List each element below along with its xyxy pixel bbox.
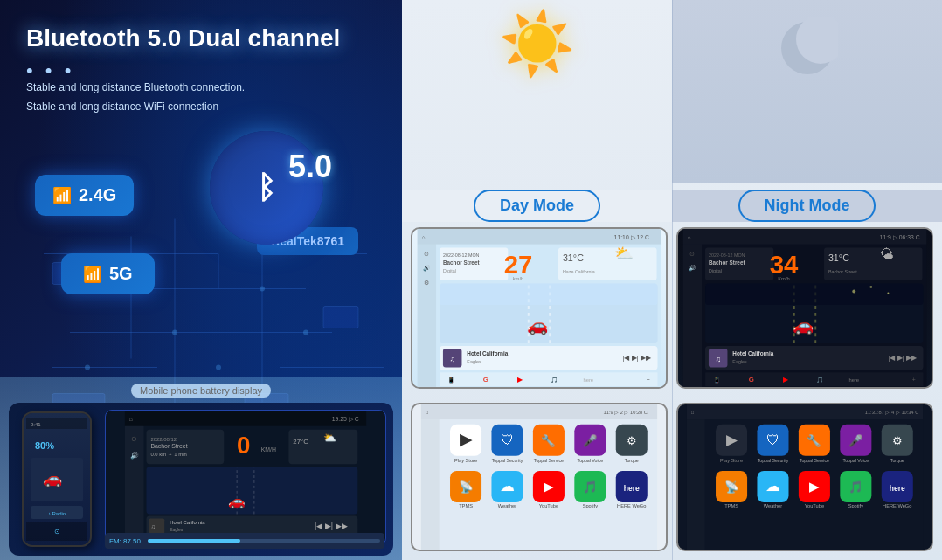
svg-text:🚗: 🚗 [228, 493, 246, 509]
svg-text:TPMS: TPMS [459, 503, 473, 508]
svg-text:Spotify: Spotify [848, 503, 864, 508]
svg-text:Bachor Street: Bachor Street [150, 443, 187, 449]
svg-text:⚙: ⚙ [424, 280, 429, 286]
svg-text:0: 0 [237, 432, 250, 459]
svg-text:▶: ▶ [460, 430, 473, 448]
svg-text:2022-08-12 MON: 2022-08-12 MON [443, 252, 480, 258]
svg-text:11:10 ▷ 12 C: 11:10 ▷ 12 C [614, 234, 649, 240]
svg-text:9:41: 9:41 [31, 422, 41, 427]
night-app-screen: ⌂ 11:31:87 ▷ 4 ▷ 10:34 C ▶ Play Store 🛡 … [676, 403, 933, 551]
night-mode-pill: Night Mode [738, 190, 876, 222]
day-mode-label: Day Mode [500, 197, 574, 214]
svg-text:♪ Radio: ♪ Radio [48, 511, 66, 516]
night-mode-badge: Night Mode [672, 190, 942, 222]
svg-text:Digital: Digital [709, 268, 722, 273]
svg-text:🎵: 🎵 [816, 376, 824, 384]
svg-text:⊙: ⊙ [131, 435, 137, 443]
svg-text:🌤: 🌤 [880, 246, 894, 261]
svg-text:📡: 📡 [459, 480, 474, 494]
svg-text:80%: 80% [35, 440, 54, 451]
chip-container: ᛒ 5.0 RealTek8761 📶 2.4G 📶 5G [26, 122, 376, 358]
svg-text:♫: ♫ [150, 523, 155, 529]
svg-text:|◀ ▶| ▶▶: |◀ ▶| ▶▶ [622, 354, 651, 362]
svg-text:⊙: ⊙ [424, 251, 429, 257]
phone-display: 9:41 80% 🚗 ♪ Radio ⊙ [26, 418, 87, 541]
svg-point-15 [85, 365, 90, 370]
wifi-24g-icon: 📶 [52, 186, 72, 205]
svg-text:🚗: 🚗 [527, 315, 549, 335]
svg-text:⌂: ⌂ [129, 416, 133, 422]
svg-text:🔧: 🔧 [807, 433, 821, 448]
svg-text:Haze California: Haze California [563, 269, 595, 274]
battery-label: Mobile phone battery display [131, 384, 271, 398]
svg-text:Bachor Street: Bachor Street [828, 269, 857, 274]
svg-text:HERE WeGo: HERE WeGo [883, 503, 911, 508]
svg-text:11:9 ▷ 2 ▷ 10:28 C: 11:9 ▷ 2 ▷ 10:28 C [604, 410, 648, 415]
day-mode-badge: Day Mode [402, 190, 672, 222]
svg-text:Spotify: Spotify [583, 503, 599, 508]
svg-rect-113 [705, 284, 923, 305]
day-column: ☀️ [402, 0, 672, 183]
svg-text:📡: 📡 [724, 480, 739, 494]
chip-5g: 📶 5G [61, 253, 155, 294]
svg-text:Eagles: Eagles [467, 359, 481, 364]
svg-text:🚗: 🚗 [793, 315, 814, 335]
svg-text:⌂: ⌂ [421, 234, 425, 240]
svg-point-114 [852, 289, 855, 293]
svg-rect-44 [146, 467, 357, 514]
svg-text:here: here [890, 484, 905, 493]
svg-text:27°C: 27°C [293, 438, 308, 446]
night-mode-screen: ⌂ 11:9 ▷ 06:33 C ⊙ 🔊 2022-08-12 MON Bach… [676, 227, 933, 389]
svg-text:🔊: 🔊 [130, 451, 139, 460]
svg-text:🛡: 🛡 [501, 432, 514, 447]
svg-text:🎤: 🎤 [583, 433, 598, 448]
svg-text:☁: ☁ [500, 478, 515, 494]
night-mode-label: Night Mode [765, 197, 850, 214]
svg-text:⛅: ⛅ [323, 432, 336, 444]
svg-text:⚙: ⚙ [627, 434, 637, 447]
bt-version: 5.0 [288, 149, 332, 185]
svg-text:11:31:87 ▷ 4 ▷ 10:34 C: 11:31:87 ▷ 4 ▷ 10:34 C [865, 410, 919, 415]
svg-text:🔊: 🔊 [423, 264, 431, 272]
svg-point-116 [887, 292, 889, 294]
wifi-5g-icon: 📶 [83, 265, 102, 284]
svg-text:🔊: 🔊 [689, 264, 696, 272]
svg-point-13 [216, 365, 221, 370]
svg-text:YouTube: YouTube [805, 503, 824, 508]
svg-text:Digital: Digital [443, 268, 456, 273]
svg-rect-78 [440, 284, 657, 305]
svg-text:TPMS: TPMS [724, 503, 738, 508]
svg-text:⌂: ⌂ [687, 234, 690, 240]
svg-text:▶: ▶ [809, 479, 820, 494]
fm-text: FM: 87.50 [109, 537, 141, 545]
left-panel: Bluetooth 5.0 Dual channel • • • Stable … [0, 0, 402, 560]
svg-text:🎤: 🎤 [848, 433, 863, 448]
car-headunit-display: ⌂ 19:25 ▷ C ⊙ 🔊 2022/08/12 Bachor Street… [106, 411, 385, 544]
svg-rect-85 [440, 372, 657, 386]
svg-text:here: here [624, 484, 640, 493]
night-column [672, 0, 942, 183]
svg-text:▶: ▶ [544, 479, 554, 494]
svg-text:Torque: Torque [890, 458, 904, 463]
svg-text:G: G [483, 376, 488, 384]
svg-text:KM/H: KM/H [261, 446, 276, 453]
svg-text:⌂: ⌂ [426, 409, 429, 415]
svg-text:YouTube: YouTube [539, 503, 558, 508]
svg-text:km/h: km/h [513, 276, 524, 281]
svg-text:Bachor Street: Bachor Street [443, 259, 480, 266]
bluetooth-chip: ᛒ 5.0 [210, 131, 323, 245]
svg-text:🎵: 🎵 [583, 480, 598, 494]
svg-text:▶: ▶ [726, 432, 738, 448]
svg-text:Toppal Voice: Toppal Voice [843, 458, 869, 463]
svg-rect-169 [687, 419, 705, 550]
svg-text:Bachor Street: Bachor Street [709, 259, 745, 266]
svg-text:Toppal Service: Toppal Service [534, 458, 564, 463]
svg-text:2022/08/12: 2022/08/12 [150, 437, 177, 442]
svg-text:📱: 📱 [713, 376, 721, 384]
moon-icon [777, 17, 838, 79]
svg-text:🎵: 🎵 [848, 480, 863, 494]
svg-text:31°C: 31°C [828, 252, 849, 263]
svg-rect-123 [705, 372, 923, 386]
svg-text:|◀ ▶| ▶▶: |◀ ▶| ▶▶ [315, 522, 348, 530]
svg-text:⊙: ⊙ [54, 528, 60, 536]
